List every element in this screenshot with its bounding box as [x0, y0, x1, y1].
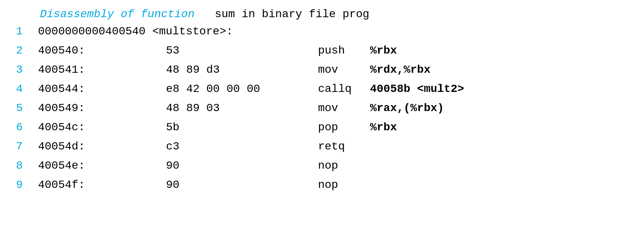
- line-number: 8: [16, 159, 38, 172]
- header-suffix: sum in binary file prog: [215, 8, 369, 20]
- operands-col: %rbx: [370, 121, 397, 133]
- table-row: 940054f:90nop: [16, 178, 628, 197]
- address-col: 400544:: [38, 83, 166, 95]
- mnemonic-col: nop: [318, 159, 370, 172]
- address-col: 40054f:: [38, 179, 166, 191]
- mnemonic-col: pop: [318, 121, 370, 133]
- table-row: 640054c:5bpop%rbx: [16, 120, 628, 139]
- table-row: 740054d:c3retq: [16, 139, 628, 159]
- line-number: 2: [16, 44, 38, 57]
- header-line: Disassembly of function sum in binary fi…: [16, 8, 628, 20]
- bytes-col: c3: [166, 140, 318, 153]
- line-number: 7: [16, 140, 38, 153]
- mnemonic-col: mov: [318, 64, 370, 76]
- mnemonic-col: callq: [318, 83, 370, 95]
- table-row: 10000000000400540 <multstore>:: [16, 24, 628, 44]
- operands-col: 40058b <mult2>: [370, 83, 464, 95]
- disassembly-view: Disassembly of function sum in binary fi…: [16, 8, 628, 197]
- address-col: 400549:: [38, 102, 166, 114]
- bytes-col: 53: [166, 44, 318, 57]
- address-label: 0000000000400540 <multstore>:: [38, 25, 233, 38]
- table-row: 840054e:90nop: [16, 159, 628, 178]
- bytes-col: e8 42 00 00 00: [166, 83, 318, 95]
- table-row: 2400540:53push%rbx: [16, 44, 628, 63]
- address-col: 40054c:: [38, 121, 166, 133]
- bytes-col: 5b: [166, 121, 318, 133]
- mnemonic-col: mov: [318, 102, 370, 114]
- bytes-col: 48 89 03: [166, 102, 318, 114]
- bytes-col: 90: [166, 179, 318, 191]
- table-row: 3400541:48 89 d3mov%rdx,%rbx: [16, 63, 628, 82]
- mnemonic-col: push: [318, 44, 370, 57]
- operands-col: %rax,(%rbx): [370, 102, 444, 114]
- line-number: 6: [16, 121, 38, 133]
- bytes-col: 48 89 d3: [166, 64, 318, 76]
- address-col: 40054d:: [38, 140, 166, 153]
- operands-col: %rdx,%rbx: [370, 64, 430, 76]
- operands-col: %rbx: [370, 44, 397, 57]
- line-number: 3: [16, 64, 38, 76]
- table-row: 4400544:e8 42 00 00 00callq40058b <mult2…: [16, 82, 628, 101]
- line-number: 9: [16, 179, 38, 191]
- address-col: 400540:: [38, 44, 166, 57]
- address-col: 40054e:: [38, 159, 166, 172]
- mnemonic-col: retq: [318, 140, 370, 153]
- line-number: 4: [16, 83, 38, 95]
- header-prefix: Disassembly of function: [40, 8, 194, 20]
- table-row: 5400549:48 89 03mov%rax,(%rbx): [16, 101, 628, 120]
- rows-container: 10000000000400540 <multstore>:2400540:53…: [16, 24, 628, 197]
- address-col: 400541:: [38, 64, 166, 76]
- line-number: 1: [16, 25, 38, 38]
- mnemonic-col: nop: [318, 179, 370, 191]
- bytes-col: 90: [166, 159, 318, 172]
- line-number: 5: [16, 102, 38, 114]
